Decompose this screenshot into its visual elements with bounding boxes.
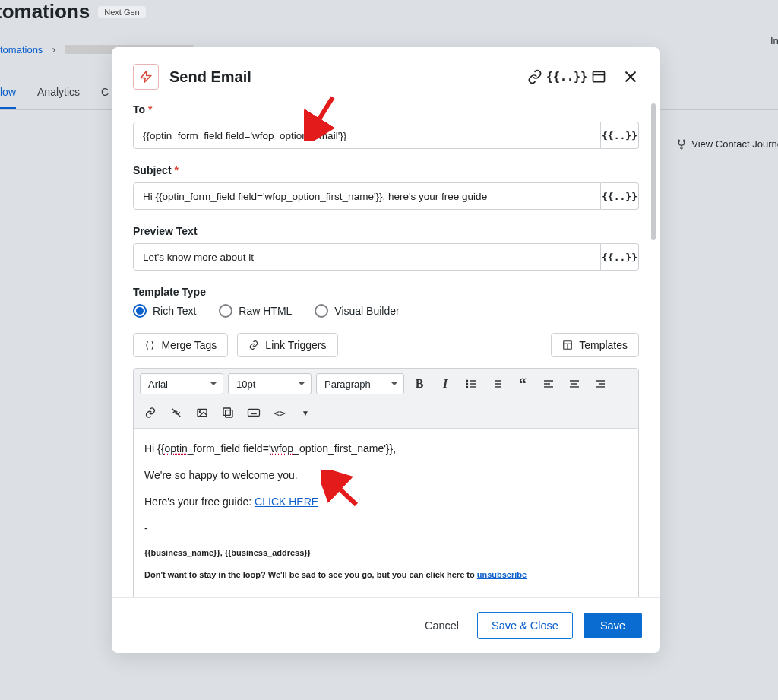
bold-button[interactable]: B — [409, 373, 430, 394]
code-view-button[interactable]: <> — [269, 402, 290, 423]
template-type-label: Template Type — [133, 286, 639, 298]
merge-tags-label: Merge Tags — [161, 339, 217, 351]
keyboard-shortcuts-button[interactable] — [243, 402, 264, 423]
block-format-select[interactable]: Paragraph — [316, 373, 404, 394]
editor-line-4: - — [144, 521, 628, 537]
view-contact-journey-label: View Contact Journe — [691, 138, 778, 150]
lightning-icon — [133, 64, 159, 90]
svg-point-31 — [199, 411, 201, 413]
numbered-list-button[interactable] — [486, 373, 508, 394]
link-small-icon — [248, 340, 259, 350]
scrollbar[interactable] — [651, 103, 656, 240]
branch-icon — [676, 139, 687, 150]
svg-point-0 — [678, 140, 680, 141]
subject-input[interactable] — [133, 182, 601, 210]
svg-rect-30 — [198, 409, 207, 416]
badge-next-gen: Next Gen — [97, 5, 146, 19]
modal-header: Send Email {{..}} — [133, 64, 639, 90]
svg-point-16 — [466, 386, 468, 388]
rich-text-editor: Arial 10pt Paragraph B I “ — [133, 368, 639, 597]
svg-point-2 — [681, 147, 682, 148]
editor-line-1: Hi {{optin_form_field field='wfop_option… — [144, 441, 628, 457]
italic-button[interactable]: I — [435, 373, 456, 394]
radio-rich-text-label: Rich Text — [153, 305, 196, 317]
click-here-link[interactable]: CLICK HERE — [255, 496, 318, 508]
link-icon[interactable] — [527, 68, 543, 85]
bullet-list-button[interactable] — [460, 373, 482, 394]
editor-footer-1: {{business_name}}, {{business_address}} — [144, 547, 628, 559]
subject-label: Subject* — [133, 164, 639, 176]
link-triggers-button[interactable]: Link Triggers — [237, 333, 337, 357]
close-icon[interactable] — [622, 68, 639, 85]
radio-rich-text[interactable]: Rich Text — [133, 304, 196, 318]
svg-point-1 — [684, 140, 685, 141]
link-triggers-label: Link Triggers — [265, 339, 326, 351]
field-preview-text: Preview Text {{..}} — [133, 225, 639, 271]
merge-tag-icon[interactable]: {{..}} — [558, 68, 575, 85]
align-center-button[interactable] — [564, 373, 585, 394]
radio-visual-builder-label: Visual Builder — [334, 305, 399, 317]
svg-point-14 — [466, 380, 468, 382]
field-subject: Subject* {{..}} — [133, 164, 639, 210]
insert-image-button[interactable] — [191, 402, 213, 423]
insert-link-button[interactable] — [140, 402, 161, 423]
blockquote-button[interactable]: “ — [512, 373, 533, 394]
align-left-button[interactable] — [538, 373, 559, 394]
svg-rect-32 — [223, 408, 230, 415]
status-text: Ina — [770, 35, 778, 46]
field-template-type: Template Type Rich Text Raw HTML Visual … — [133, 286, 639, 318]
field-to: To* {{..}} — [133, 103, 639, 149]
chevron-right-icon: › — [52, 43, 55, 55]
radio-raw-html[interactable]: Raw HTML — [219, 304, 292, 318]
svg-point-15 — [466, 383, 468, 385]
tab-other[interactable]: C — [101, 86, 109, 109]
svg-rect-34 — [248, 410, 260, 417]
templates-button[interactable]: Templates — [551, 333, 639, 357]
save-button[interactable]: Save — [584, 613, 642, 638]
unsubscribe-link[interactable]: unsubscribe — [477, 570, 527, 579]
subject-merge-tag-button[interactable]: {{..}} — [601, 182, 639, 210]
svg-rect-4 — [593, 71, 605, 81]
modal-title: Send Email — [169, 68, 516, 86]
preview-icon[interactable] — [590, 68, 607, 85]
svg-marker-3 — [141, 71, 151, 83]
align-right-button[interactable] — [590, 373, 611, 394]
tab-flow[interactable]: low — [0, 86, 16, 109]
preview-merge-tag-button[interactable]: {{..}} — [601, 243, 639, 271]
to-merge-tag-button[interactable]: {{..}} — [601, 122, 639, 149]
view-contact-journey-link[interactable]: View Contact Journe — [676, 138, 778, 150]
to-label: To* — [133, 103, 639, 116]
tab-analytics[interactable]: Analytics — [37, 86, 80, 109]
save-and-close-button[interactable]: Save & Close — [477, 612, 573, 639]
templates-label: Templates — [579, 339, 628, 351]
layout-icon — [562, 340, 573, 350]
cancel-button[interactable]: Cancel — [417, 613, 466, 638]
modal-footer: Cancel Save & Close Save — [112, 597, 660, 653]
radio-visual-builder[interactable]: Visual Builder — [315, 304, 399, 318]
insert-media-button[interactable] — [217, 402, 239, 423]
preview-text-input[interactable] — [133, 243, 601, 271]
more-toolbar-button[interactable]: ▼ — [295, 402, 316, 423]
editor-line-3: Here's your free guide: CLICK HERE — [144, 494, 628, 510]
radio-raw-html-label: Raw HTML — [239, 305, 292, 317]
merge-tags-button[interactable]: ⟨⟩ Merge Tags — [133, 333, 228, 357]
editor-footer-2: Don't want to stay in the loop? We'll be… — [144, 569, 628, 581]
send-email-modal: Send Email {{..}} — [112, 47, 660, 653]
font-family-select[interactable]: Arial — [140, 373, 223, 394]
page-title: tomations — [0, 0, 90, 24]
to-input[interactable] — [133, 122, 601, 149]
merge-tag-glyph-icon: ⟨⟩ — [144, 340, 155, 350]
editor-body[interactable]: Hi {{optin_form_field field='wfop_option… — [134, 429, 638, 597]
unlink-button[interactable] — [166, 402, 187, 423]
svg-rect-33 — [226, 410, 232, 417]
editor-toolbar: Arial 10pt Paragraph B I “ — [134, 369, 638, 429]
font-size-select[interactable]: 10pt — [228, 373, 312, 394]
editor-line-2: We're so happy to welcome you. — [144, 467, 628, 483]
breadcrumb-automations[interactable]: tomations — [0, 44, 43, 55]
preview-text-label: Preview Text — [133, 225, 639, 237]
